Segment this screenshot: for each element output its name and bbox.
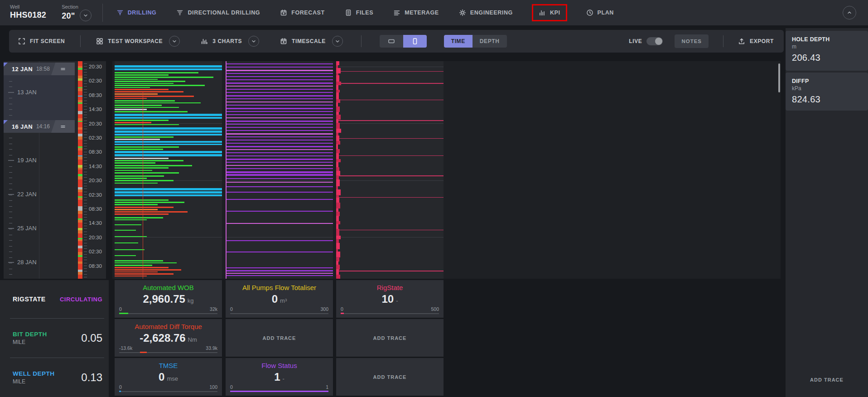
chart-line: [226, 146, 333, 147]
range-end-handle[interactable]: 16 JAN 14:16: [4, 120, 75, 133]
time-tick: [84, 277, 87, 277]
add-trace-button[interactable]: ADD TRACE: [336, 319, 444, 357]
rigstate-strip-segment: [336, 123, 340, 129]
add-trace-button[interactable]: ADD TRACE: [786, 377, 868, 382]
landscape-orientation-button[interactable]: [380, 35, 403, 48]
portrait-icon: [411, 38, 419, 45]
trace-tile-flow-status[interactable]: Flow Status1-01: [226, 358, 333, 396]
add-trace-button[interactable]: ADD TRACE: [336, 358, 444, 396]
fit-screen-button[interactable]: FIT SCREEN: [18, 38, 65, 45]
time-tick: [84, 163, 87, 164]
depth-mode-button[interactable]: DEPTH: [473, 35, 507, 48]
chart-line: [226, 82, 333, 84]
trace-tile-rigstate[interactable]: RigState10-0500: [336, 280, 444, 318]
date-tick: [9, 240, 12, 241]
time-tick: [84, 180, 87, 181]
rigstate-strip-segment: [336, 92, 339, 99]
workspace-selector[interactable]: TEST WORKSPACE: [96, 38, 163, 45]
drag-handle-icon[interactable]: [51, 63, 75, 75]
date-tick: [9, 269, 12, 269]
tab-drilling[interactable]: DRILLING: [116, 5, 158, 20]
chart-bar: [115, 146, 179, 148]
time-tick: [84, 135, 87, 135]
trace-tile-all-pumps-flow-totaliser[interactable]: All Pumps Flow Totaliser0m³0300: [226, 280, 333, 318]
date-tick: [9, 274, 12, 275]
chart-bar: [115, 236, 147, 237]
time-mode-button[interactable]: TIME: [444, 35, 473, 48]
chart-bar: [115, 273, 174, 275]
time-tick: [84, 240, 87, 240]
chart-gridline: [115, 237, 222, 237]
chart-line: [226, 211, 333, 212]
date-tick: [9, 138, 12, 138]
chart-bar: [115, 85, 205, 86]
time-tick: [84, 194, 87, 195]
trace-value-line: 2,960.75kg: [115, 293, 222, 305]
export-button[interactable]: EXPORT: [738, 38, 774, 45]
collapse-panel-button[interactable]: [843, 6, 856, 19]
tab-kpi[interactable]: KPI: [532, 4, 567, 21]
tab-plan[interactable]: PLAN: [585, 5, 615, 20]
chevron-down-icon: [250, 38, 257, 45]
time-tick: [84, 208, 87, 209]
date-tick: [9, 257, 12, 258]
trace-tile-automated-wob[interactable]: Automated WOB2,960.75kg032k: [115, 280, 222, 318]
chart-bar: [115, 91, 183, 92]
selected-date-range[interactable]: [4, 75, 75, 120]
chart-line: [226, 155, 333, 156]
add-trace-button[interactable]: ADD TRACE: [226, 319, 333, 357]
time-tick: [84, 132, 87, 132]
time-tick: [84, 66, 87, 67]
time-tick: [84, 149, 87, 149]
rigstate-strip-segment: [336, 102, 338, 107]
activity-segment: [78, 179, 82, 188]
tab-files[interactable]: FILES: [344, 5, 374, 20]
chart-gridline: [336, 180, 444, 181]
time-tick: [84, 260, 87, 260]
chart-line: [226, 178, 333, 179]
charts-selector[interactable]: 3 CHARTS: [201, 38, 242, 45]
nav-tabs: DRILLINGDIRECTIONAL DRILLINGFORECASTFILE…: [116, 4, 615, 21]
range-start-handle[interactable]: 12 JAN 18:58: [4, 63, 75, 75]
fit-screen-label: FIT SCREEN: [30, 38, 65, 44]
time-tick: [84, 160, 87, 161]
date-tick: [9, 172, 12, 173]
rigstate-value: CIRCULATING: [60, 296, 102, 303]
time-depth-toggle: TIME DEPTH: [444, 35, 507, 48]
chart-bar: [115, 162, 155, 164]
chart-bar: [115, 117, 222, 119]
chart-bar: [115, 158, 169, 159]
section-chevron-button[interactable]: [80, 10, 92, 21]
charts-chevron-button[interactable]: [248, 36, 259, 47]
timescale-chevron-button[interactable]: [332, 36, 343, 47]
activity-segment: [78, 122, 82, 127]
trace-scale-bar: [230, 313, 328, 314]
portrait-orientation-button[interactable]: [403, 35, 427, 48]
date-tick: [9, 115, 12, 116]
timescale-selector[interactable]: TIMESCALE: [280, 38, 326, 45]
date-tick: [9, 149, 12, 150]
trace-title: RigState: [336, 284, 444, 291]
date-label: 28 JAN: [17, 259, 37, 266]
workspace-chevron-button[interactable]: [169, 36, 180, 47]
live-toggle[interactable]: [646, 37, 663, 45]
vertical-scrollbar-thumb[interactable]: [778, 63, 780, 92]
trace-tile-tmse[interactable]: TMSE0mse0100: [115, 358, 222, 396]
rigstate-strip-segment: [336, 162, 338, 167]
tab-engineering[interactable]: ENGINEERING: [458, 5, 514, 20]
chart-line: [336, 83, 444, 84]
tab-directional-drilling[interactable]: DIRECTIONAL DRILLING: [175, 5, 261, 20]
tab-meterage[interactable]: METERAGE: [392, 5, 440, 20]
drag-handle-icon[interactable]: [51, 120, 75, 133]
notes-button[interactable]: NOTES: [675, 34, 709, 48]
rigstate-strip-segment: [336, 212, 340, 216]
trace-tile-automated-diff-torque[interactable]: Automated Diff Torque-2,628.76Nm-13.6k33…: [115, 319, 222, 357]
trace-max: 32k: [210, 306, 217, 312]
date-label: 22 JAN: [17, 191, 37, 198]
chart-line: [226, 275, 333, 276]
tab-forecast[interactable]: FORECAST: [279, 5, 326, 20]
time-tick: [84, 232, 87, 232]
chart-bar: [115, 175, 164, 177]
tab-label: PLAN: [598, 10, 614, 16]
chart-line: [226, 186, 333, 187]
